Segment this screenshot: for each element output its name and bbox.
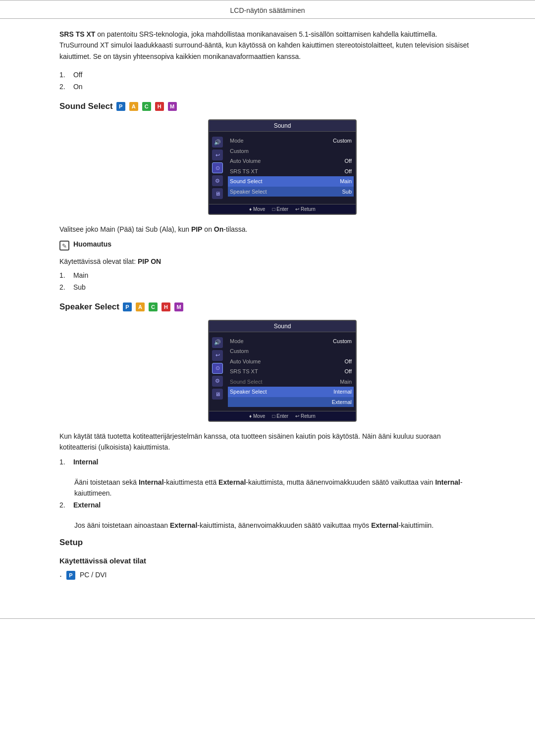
speaker-badge-a: A [136,302,145,311]
osd-icon-s3: ⊙ [212,363,223,374]
sound-list-item-2: 2. Sub [59,283,476,291]
available-states-heading: Käytettävissä olevat tilat [59,556,476,565]
note-icon: ✎ [59,241,69,251]
intro-paragraph: SRS TS XT on patentoitu SRS-teknologia, … [59,29,476,62]
osd-row-s-speakerselect: Speaker SelectInternal [228,387,354,397]
osd-footer2-return: ↩ Return [295,413,316,419]
badge-p: P [116,102,125,111]
speaker-select-osd-container: Sound 🔊 ↩ ⊙ ⚙ 🖥 ModeCustom Cu [89,320,476,422]
osd-icon-1: 🔊 [212,137,223,148]
osd-title-speaker: Sound [209,321,356,332]
badge-h: H [155,102,164,111]
note-label: Huomautus [73,240,111,248]
bottom-rule [0,618,535,619]
sound-list-item-1: 1. Main [59,271,476,279]
osd-icons: 🔊 ↩ ⊙ ⚙ 🖥 [211,135,224,201]
osd-row-s-soundselect: Sound SelectMain [228,377,354,387]
osd-footer: ♦ Move □ Enter ↩ Return [209,204,356,214]
osd-body-2: 🔊 ↩ ⊙ ⚙ 🖥 ModeCustom Custom [209,332,356,411]
osd-row-s-external: External [228,397,354,407]
speaker-badge-c: C [149,302,158,311]
osd-icon-s2: ↩ [212,350,223,361]
osd-menu-2: ModeCustom Custom Auto VolumeOff SRS TS … [228,335,354,408]
setup-list-item-pcdvi: · P PC / DVI [59,571,476,582]
osd-menu: ModeCustom Custom Auto VolumeOff SRS TS … [228,135,354,201]
srs-list-item-1: 1. Off [59,71,476,79]
osd-icon-4: ⚙ [212,175,223,186]
osd-row-s-custom: Custom [228,346,354,356]
bullet-dot: · [59,571,62,582]
osd-footer-2: ♦ Move □ Enter ↩ Return [209,411,356,421]
srs-list: 1. Off 2. On [59,71,476,91]
sound-select-list: 1. Main 2. Sub [59,271,476,291]
speaker-badge-h: H [161,302,170,311]
osd-icon-5: 🖥 [212,188,223,199]
pcdvi-label: PC / DVI [80,571,107,579]
osd-row-srs: SRS TS XTOff [228,166,354,177]
osd-row-soundselect: Sound SelectMain [228,176,354,187]
speaker-select-heading: Speaker Select P A C H M [59,302,476,312]
osd-icon-s5: 🖥 [212,389,223,400]
page-header: LCD-näytön säätäminen [0,0,535,19]
osd-footer-return: ↩ Return [295,206,316,212]
badge-m: M [168,102,177,111]
internal-description: Ääni toistetaan sekä Internal-kaiuttimes… [74,477,476,499]
speaker-list-item-2: 2. External [59,501,476,509]
badge-c: C [142,102,151,111]
speaker-badge-p: P [123,302,132,311]
osd-row-custom: Custom [228,146,354,156]
osd-row-mode: ModeCustom [228,136,354,146]
osd-icon-s4: ⚙ [212,376,223,387]
pip-on-text: Käytettävissä olevat tilat: PIP ON [59,257,476,265]
osd-body: 🔊 ↩ ⊙ ⚙ 🖥 ModeCustom Custom [209,132,356,204]
page-title: LCD-näytön säätäminen [230,6,305,14]
sound-select-heading: Sound Select P A C H M [59,101,476,111]
sound-select-body: Valitsee joko Main (Pää) tai Sub (Ala), … [59,224,476,235]
setup-heading: Setup [59,538,476,548]
osd-icon-s1: 🔊 [212,337,223,348]
badge-a: A [129,102,138,111]
osd-row-s-autovolume: Auto VolumeOff [228,356,354,367]
sound-select-osd-container: Sound 🔊 ↩ ⊙ ⚙ 🖥 ModeCustom Cu [89,119,476,215]
speaker-select-osd: Sound 🔊 ↩ ⊙ ⚙ 🖥 ModeCustom Cu [208,320,357,422]
srs-list-item-2: 2. On [59,83,476,91]
speaker-list-item-1: 1. Internal [59,458,476,466]
setup-badge-p: P [66,571,75,580]
setup-bullet-list: · P PC / DVI [59,571,476,582]
osd-footer2-move: ♦ Move [249,413,265,419]
osd-footer-enter: □ Enter [272,206,288,212]
content-area: SRS TS XT on patentoitu SRS-teknologia, … [0,29,535,604]
speaker-body-text: Kun käytät tätä tuotetta kotiteatterijär… [59,431,476,453]
osd-icon-2: ↩ [212,150,223,160]
sound-select-osd: Sound 🔊 ↩ ⊙ ⚙ 🖥 ModeCustom Cu [208,119,357,215]
osd-icon-3: ⊙ [212,162,223,173]
speaker-list: 1. Internal [59,458,476,466]
osd-footer2-enter: □ Enter [272,413,288,419]
osd-title-sound: Sound [209,120,356,132]
osd-row-autovolume: Auto VolumeOff [228,156,354,166]
osd-footer-move: ♦ Move [249,206,265,212]
osd-row-speakerselect: Speaker SelectSub [228,187,354,197]
osd-row-s-mode: ModeCustom [228,336,354,347]
external-description: Jos ääni toistetaan ainoastaan External-… [74,520,476,531]
osd-row-s-srs: SRS TS XTOff [228,366,354,377]
speaker-badge-m: M [174,302,183,311]
speaker-list-2: 2. External [59,501,476,509]
osd-icons-2: 🔊 ↩ ⊙ ⚙ 🖥 [211,335,224,408]
page-container: LCD-näytön säätäminen SRS TS XT on paten… [0,0,535,619]
note-block: ✎ Huomautus [59,240,476,251]
